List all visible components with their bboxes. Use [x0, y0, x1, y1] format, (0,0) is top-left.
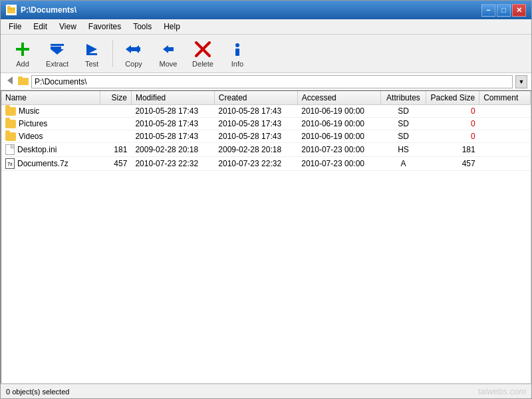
- file-accessed: 2010-07-23 00:00: [297, 157, 380, 171]
- file-table: Name Size Modified Created Accessed Attr…: [1, 91, 531, 171]
- table-header: Name Size Modified Created Accessed Attr…: [1, 91, 531, 105]
- table-row[interactable]: Pictures2010-05-28 17:432010-05-28 17:43…: [1, 118, 531, 130]
- toolbar-separator: [112, 41, 113, 67]
- copy-icon: [124, 40, 143, 59]
- navigate-back-icon[interactable]: [5, 75, 15, 88]
- file-size: [100, 130, 131, 143]
- file-attributes: SD: [380, 118, 426, 130]
- col-header-accessed[interactable]: Accessed: [297, 91, 380, 105]
- file-packed-size: 0: [426, 130, 479, 143]
- info-icon: [228, 40, 247, 59]
- file-created: 2010-07-23 22:32: [214, 157, 297, 171]
- status-text: 0 object(s) selected: [6, 388, 69, 396]
- file-name: Pictures: [19, 119, 47, 128]
- file-size: [100, 105, 131, 118]
- add-icon: [13, 40, 32, 59]
- col-header-modified[interactable]: Modified: [131, 91, 214, 105]
- maximize-button[interactable]: □: [497, 4, 511, 17]
- file-modified: 2010-05-28 17:43: [131, 105, 214, 118]
- delete-icon: [194, 40, 212, 59]
- file-name: Music: [19, 106, 39, 116]
- test-button[interactable]: Test: [75, 38, 108, 70]
- status-bar: 0 object(s) selected taiwebs.com: [1, 384, 531, 398]
- file-packed-size: 457: [426, 157, 479, 171]
- svg-marker-12: [163, 45, 174, 53]
- move-icon: [159, 40, 178, 59]
- svg-marker-11: [134, 45, 140, 53]
- info-label: Info: [231, 60, 243, 68]
- svg-rect-19: [18, 76, 23, 78]
- menu-help[interactable]: Help: [158, 21, 186, 33]
- table-row[interactable]: Videos2010-05-28 17:432010-05-28 17:4320…: [1, 130, 531, 143]
- copy-button[interactable]: Copy: [117, 38, 150, 70]
- col-header-attributes[interactable]: Attributes: [380, 91, 426, 105]
- main-window: P:\Documents\ − □ ✕ File Edit View Favor…: [0, 0, 532, 399]
- close-button[interactable]: ✕: [512, 4, 526, 17]
- file-accessed: 2010-06-19 00:00: [297, 105, 380, 118]
- svg-rect-7: [51, 44, 64, 46]
- file-modified: 2010-07-23 22:32: [131, 157, 214, 171]
- title-bar-left: P:\Documents\: [6, 5, 76, 15]
- col-header-comment[interactable]: Comment: [479, 91, 531, 105]
- svg-marker-8: [86, 44, 97, 55]
- folder-icon: [5, 132, 16, 141]
- file-name-cell: Music: [1, 105, 100, 118]
- file-name: Videos: [19, 132, 43, 141]
- folder-icon: [5, 107, 16, 116]
- table-row[interactable]: Music2010-05-28 17:432010-05-28 17:43201…: [1, 105, 531, 118]
- menu-file[interactable]: File: [3, 21, 27, 33]
- address-dropdown[interactable]: ▼: [515, 75, 527, 88]
- add-button[interactable]: Add: [6, 38, 39, 70]
- move-button[interactable]: Move: [152, 38, 185, 70]
- file-created: 2009-02-28 20:18: [214, 143, 297, 157]
- menu-view[interactable]: View: [54, 21, 82, 33]
- file-list-area[interactable]: Name Size Modified Created Accessed Attr…: [1, 90, 531, 384]
- extract-icon: [48, 40, 66, 59]
- title-controls: − □ ✕: [481, 4, 526, 17]
- table-row[interactable]: Desktop.ini1812009-02-28 20:182009-02-28…: [1, 143, 531, 157]
- window-title: P:\Documents\: [21, 5, 76, 15]
- file-modified: 2010-05-28 17:43: [131, 118, 214, 130]
- extract-button[interactable]: Extract: [41, 38, 74, 70]
- folder-icon: [5, 120, 16, 128]
- file-created: 2010-05-28 17:43: [214, 105, 297, 118]
- col-header-size[interactable]: Size: [100, 91, 131, 105]
- info-button[interactable]: Info: [221, 38, 254, 70]
- col-header-created[interactable]: Created: [214, 91, 297, 105]
- file-attributes: SD: [380, 105, 426, 118]
- file-accessed: 2010-06-19 00:00: [297, 118, 380, 130]
- menu-tools[interactable]: Tools: [128, 21, 157, 33]
- file-modified: 2010-05-28 17:43: [131, 130, 214, 143]
- table-row[interactable]: 7zDocuments.7z4572010-07-23 22:322010-07…: [1, 157, 531, 171]
- test-label: Test: [85, 60, 98, 68]
- file-comment: [479, 118, 531, 130]
- archive-file-icon: 7z: [5, 158, 15, 169]
- ini-file-icon: [5, 144, 15, 155]
- file-size: 181: [100, 143, 131, 157]
- file-created: 2010-05-28 17:43: [214, 118, 297, 130]
- file-packed-size: 0: [426, 105, 479, 118]
- move-label: Move: [160, 60, 178, 68]
- address-input[interactable]: [31, 75, 513, 88]
- col-header-name[interactable]: Name: [1, 91, 100, 105]
- file-attributes: HS: [380, 143, 426, 157]
- file-modified: 2009-02-28 20:18: [131, 143, 214, 157]
- file-size: [100, 118, 131, 130]
- file-comment: [479, 105, 531, 118]
- delete-button[interactable]: Delete: [186, 38, 219, 70]
- svg-marker-6: [51, 49, 64, 55]
- minimize-button[interactable]: −: [481, 4, 495, 17]
- app-icon: [6, 5, 17, 15]
- extract-label: Extract: [46, 60, 68, 68]
- toolbar: Add Extract Test: [1, 35, 531, 73]
- file-attributes: A: [380, 157, 426, 171]
- file-accessed: 2010-07-23 00:00: [297, 143, 380, 157]
- test-icon: [82, 40, 101, 59]
- file-comment: [479, 130, 531, 143]
- col-header-packed-size[interactable]: Packed Size: [426, 91, 479, 105]
- watermark: taiwebs.com: [478, 386, 526, 396]
- address-folder-icon: [18, 76, 29, 87]
- menu-edit[interactable]: Edit: [28, 21, 53, 33]
- menu-favorites[interactable]: Favorites: [83, 21, 126, 33]
- svg-rect-4: [16, 48, 29, 51]
